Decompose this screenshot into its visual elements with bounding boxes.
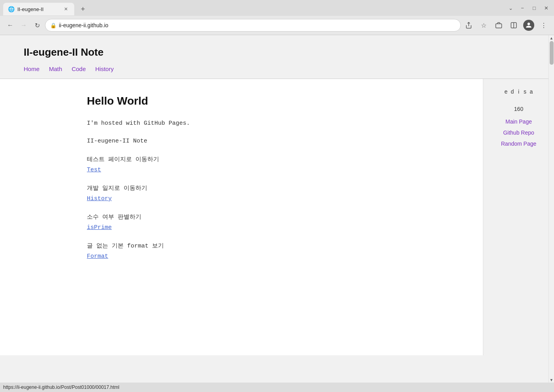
scroll-track — [549, 40, 554, 378]
nav-math[interactable]: Math — [49, 66, 62, 72]
browser-chrome: 🌐 II-eugene-II ✕ + ⌄ − □ ✕ ← → ↻ 🔒 ii-eu… — [0, 0, 554, 35]
tab-title: II-eugene-II — [17, 6, 59, 12]
aside-char-d: d — [509, 88, 516, 98]
scroll-thumb[interactable] — [550, 41, 554, 65]
section-2-link[interactable]: Test — [87, 167, 101, 173]
url-text: ii-eugene-ii.github.io — [59, 22, 456, 28]
status-bar: https://ii-eugene-ii.github.io/Post/Post… — [0, 383, 554, 383]
svg-rect-1 — [496, 24, 502, 28]
site-title: II-eugene-II Note — [24, 46, 530, 58]
url-bar[interactable]: 🔒 ii-eugene-ii.github.io — [45, 19, 461, 32]
tab-favicon: 🌐 — [8, 6, 14, 12]
section-2: 테스트 페이지로 이동하기 Test — [87, 156, 459, 173]
section-0-text: I'm hosted with GitHub Pages. — [87, 120, 459, 127]
section-1: II-eugene-II Note — [87, 138, 459, 144]
content-area: Hello World I'm hosted with GitHub Pages… — [0, 79, 554, 355]
nav-home[interactable]: Home — [24, 66, 39, 72]
section-5-text: 글 없는 기본 format 보기 — [87, 242, 459, 249]
back-button[interactable]: ← — [5, 20, 16, 31]
bookmark-icon[interactable]: ☆ — [478, 20, 489, 31]
aside-panel: a s i d e 160 Main Page Github Repo Rand… — [483, 79, 554, 355]
scrollbar[interactable]: ▲ ▼ — [548, 35, 554, 383]
section-3-link[interactable]: History — [87, 195, 112, 202]
aside-char-e: e — [503, 88, 509, 98]
section-3: 개발 일지로 이동하기 History — [87, 184, 459, 202]
aside-random-page-link[interactable]: Random Page — [501, 141, 537, 147]
main-content: Hello World I'm hosted with GitHub Pages… — [0, 79, 483, 355]
tab-close-button[interactable]: ✕ — [62, 6, 69, 13]
lock-icon: 🔒 — [50, 23, 56, 28]
address-bar-right-icons: ☆ ⋮ — [463, 20, 549, 31]
split-icon[interactable] — [508, 20, 519, 31]
section-4: 소수 여부 판별하기 isPrime — [87, 213, 459, 231]
nav-history[interactable]: History — [95, 66, 114, 72]
tab-strip-icon[interactable] — [493, 20, 504, 31]
menu-icon[interactable]: ⋮ — [538, 20, 549, 31]
tab-bar-right-controls: ⌄ − □ ✕ — [506, 3, 551, 15]
section-5: 글 없는 기본 format 보기 Format — [87, 242, 459, 260]
profile-button[interactable] — [523, 20, 534, 31]
forward-button[interactable]: → — [18, 20, 29, 31]
nav-code[interactable]: Code — [71, 66, 86, 72]
aside-char-a: a — [528, 88, 535, 98]
aside-main-page-link[interactable]: Main Page — [505, 118, 532, 125]
section-4-link[interactable]: isPrime — [87, 224, 112, 231]
tab-bar: 🌐 II-eugene-II ✕ + ⌄ − □ ✕ — [0, 0, 554, 16]
site-header: II-eugene-II Note Home Math Code History — [0, 35, 554, 79]
section-0: I'm hosted with GitHub Pages. — [87, 120, 459, 127]
page-main: II-eugene-II Note Home Math Code History… — [0, 35, 554, 383]
aside-label: a s i d e — [503, 85, 535, 101]
scroll-down-button[interactable]: ▼ — [550, 378, 554, 382]
reload-button[interactable]: ↻ — [32, 20, 43, 31]
section-2-text: 테스트 페이지로 이동하기 — [87, 156, 459, 163]
page-wrapper: II-eugene-II Note Home Math Code History… — [0, 35, 554, 383]
active-tab[interactable]: 🌐 II-eugene-II ✕ — [3, 3, 74, 15]
window-minimize-button[interactable]: − — [518, 3, 527, 13]
address-bar: ← → ↻ 🔒 ii-eugene-ii.github.io ☆ — [0, 16, 554, 35]
share-icon[interactable] — [463, 20, 474, 31]
aside-char-s: s — [522, 88, 528, 98]
scroll-up-button[interactable]: ▲ — [550, 36, 554, 40]
tab-bar-chevron[interactable]: ⌄ — [506, 3, 515, 13]
aside-char-i: i — [516, 88, 522, 98]
aside-number: 160 — [514, 106, 523, 112]
section-3-text: 개발 일지로 이동하기 — [87, 184, 459, 192]
site-nav: Home Math Code History — [24, 66, 530, 72]
page-heading: Hello World — [87, 95, 459, 107]
section-5-link[interactable]: Format — [87, 253, 108, 260]
window-maximize-button[interactable]: □ — [530, 3, 539, 13]
aside-github-repo-link[interactable]: Github Repo — [503, 129, 534, 136]
new-tab-button[interactable]: + — [77, 4, 88, 15]
section-4-text: 소수 여부 판별하기 — [87, 213, 459, 221]
section-1-text: II-eugene-II Note — [87, 138, 459, 144]
window-close-button[interactable]: ✕ — [541, 3, 551, 13]
